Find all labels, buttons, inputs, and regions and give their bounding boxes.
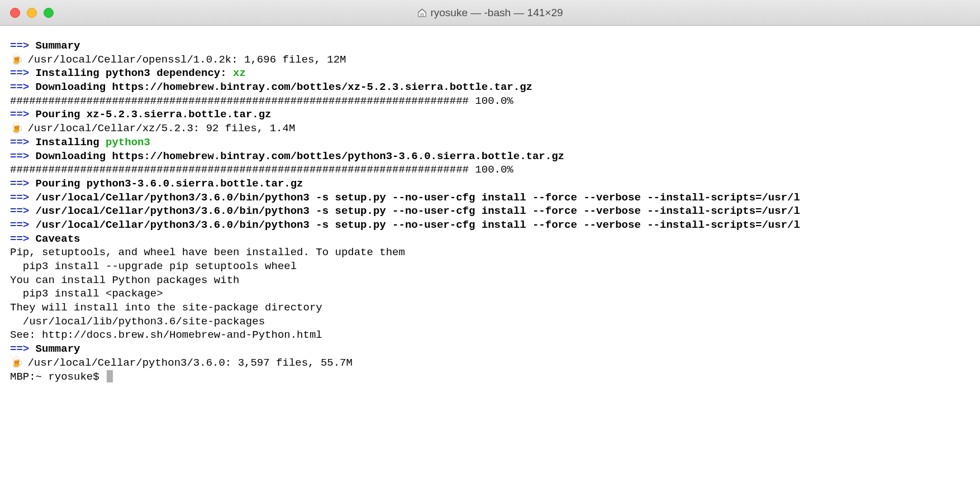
terminal-content[interactable]: ==> Summary🍺 /usr/local/Cellar/openssl/1… <box>0 26 980 498</box>
terminal-text: They will install into the site-package … <box>10 301 322 315</box>
terminal-text: /usr/local/Cellar/openssl/1.0.2k: 1,696 … <box>21 53 346 67</box>
terminal-line: ==> Summary <box>10 39 970 53</box>
arrow-icon: ==> <box>10 108 29 122</box>
terminal-line: ==> Downloading https://homebrew.bintray… <box>10 80 970 94</box>
title-label: ryosuke — -bash — 141×29 <box>430 7 563 19</box>
terminal-text: Pouring python3-3.6.0.sierra.bottle.tar.… <box>29 177 303 191</box>
terminal-text: pip3 install <package> <box>10 287 163 301</box>
terminal-line: ==> Installing python3 dependency: xz <box>10 66 970 80</box>
prompt-line[interactable]: MBP:~ ryosuke$ <box>10 370 970 384</box>
terminal-line: ==> Caveats <box>10 232 970 246</box>
terminal-text: Downloading https://homebrew.bintray.com… <box>29 150 564 164</box>
terminal-line: ==> /usr/local/Cellar/python3/3.6.0/bin/… <box>10 191 970 205</box>
package-name: xz <box>233 66 246 80</box>
terminal-text: Installing <box>29 136 106 150</box>
terminal-line: ==> /usr/local/Cellar/python3/3.6.0/bin/… <box>10 218 970 232</box>
window-title: ryosuke — -bash — 141×29 <box>417 7 563 19</box>
terminal-line: ==> Downloading https://homebrew.bintray… <box>10 150 970 164</box>
terminal-line: ==> /usr/local/Cellar/python3/3.6.0/bin/… <box>10 204 970 218</box>
arrow-icon: ==> <box>10 191 29 205</box>
terminal-text: Pouring xz-5.2.3.sierra.bottle.tar.gz <box>29 108 271 122</box>
terminal-text: /usr/local/Cellar/python3/3.6.0/bin/pyth… <box>29 204 800 218</box>
terminal-text: Summary <box>29 342 80 356</box>
minimize-button[interactable] <box>27 8 37 18</box>
arrow-icon: ==> <box>10 218 29 232</box>
beer-icon: 🍺 <box>10 53 21 67</box>
arrow-icon: ==> <box>10 177 29 191</box>
terminal-window: ryosuke — -bash — 141×29 ==> Summary🍺 /u… <box>0 0 980 498</box>
terminal-text: You can install Python packages with <box>10 274 239 288</box>
terminal-text: See: http://docs.brew.sh/Homebrew-and-Py… <box>10 328 322 342</box>
terminal-line: Pip, setuptools, and wheel have been ins… <box>10 246 970 260</box>
arrow-icon: ==> <box>10 342 29 356</box>
terminal-text: Summary <box>29 39 80 53</box>
terminal-text: ########################################… <box>10 163 513 177</box>
terminal-line: They will install into the site-package … <box>10 301 970 315</box>
terminal-text: /usr/local/Cellar/python3/3.6.0/bin/pyth… <box>29 191 800 205</box>
terminal-line: ==> Summary <box>10 342 970 356</box>
terminal-text: Caveats <box>29 232 80 246</box>
terminal-line: 🍺 /usr/local/Cellar/python3/3.6.0: 3,597… <box>10 356 970 370</box>
terminal-line: You can install Python packages with <box>10 274 970 288</box>
terminal-text: /usr/local/Cellar/python3/3.6.0: 3,597 f… <box>21 356 353 370</box>
terminal-text: /usr/local/Cellar/python3/3.6.0/bin/pyth… <box>29 218 800 232</box>
terminal-text: /usr/local/Cellar/xz/5.2.3: 92 files, 1.… <box>21 122 295 136</box>
arrow-icon: ==> <box>10 136 29 150</box>
traffic-lights <box>0 8 54 18</box>
maximize-button[interactable] <box>44 8 54 18</box>
terminal-line: pip3 install <package> <box>10 287 970 301</box>
arrow-icon: ==> <box>10 150 29 164</box>
terminal-text: Installing python3 dependency: <box>29 66 233 80</box>
terminal-line: See: http://docs.brew.sh/Homebrew-and-Py… <box>10 328 970 342</box>
terminal-line: ########################################… <box>10 163 970 177</box>
arrow-icon: ==> <box>10 204 29 218</box>
terminal-line: pip3 install --upgrade pip setuptools wh… <box>10 260 970 274</box>
beer-icon: 🍺 <box>10 356 21 370</box>
arrow-icon: ==> <box>10 232 29 246</box>
terminal-line: 🍺 /usr/local/Cellar/xz/5.2.3: 92 files, … <box>10 122 970 136</box>
terminal-line: ==> Installing python3 <box>10 136 970 150</box>
beer-icon: 🍺 <box>10 122 21 136</box>
terminal-line: 🍺 /usr/local/Cellar/openssl/1.0.2k: 1,69… <box>10 53 970 67</box>
arrow-icon: ==> <box>10 66 29 80</box>
terminal-text: pip3 install --upgrade pip setuptools wh… <box>10 260 297 274</box>
terminal-line: ########################################… <box>10 94 970 108</box>
shell-prompt: MBP:~ ryosuke$ <box>10 370 106 384</box>
terminal-line: /usr/local/lib/python3.6/site-packages <box>10 315 970 329</box>
titlebar[interactable]: ryosuke — -bash — 141×29 <box>0 0 980 26</box>
arrow-icon: ==> <box>10 80 29 94</box>
cursor <box>107 370 113 382</box>
terminal-text: Downloading https://homebrew.bintray.com… <box>29 80 532 94</box>
arrow-icon: ==> <box>10 39 29 53</box>
close-button[interactable] <box>10 8 20 18</box>
terminal-line: ==> Pouring xz-5.2.3.sierra.bottle.tar.g… <box>10 108 970 122</box>
svg-rect-0 <box>421 13 424 16</box>
terminal-text: ########################################… <box>10 94 513 108</box>
terminal-line: ==> Pouring python3-3.6.0.sierra.bottle.… <box>10 177 970 191</box>
terminal-text: Pip, setuptools, and wheel have been ins… <box>10 246 405 260</box>
terminal-text: /usr/local/lib/python3.6/site-packages <box>10 315 265 329</box>
home-icon <box>417 8 427 18</box>
package-name: python3 <box>106 136 150 150</box>
